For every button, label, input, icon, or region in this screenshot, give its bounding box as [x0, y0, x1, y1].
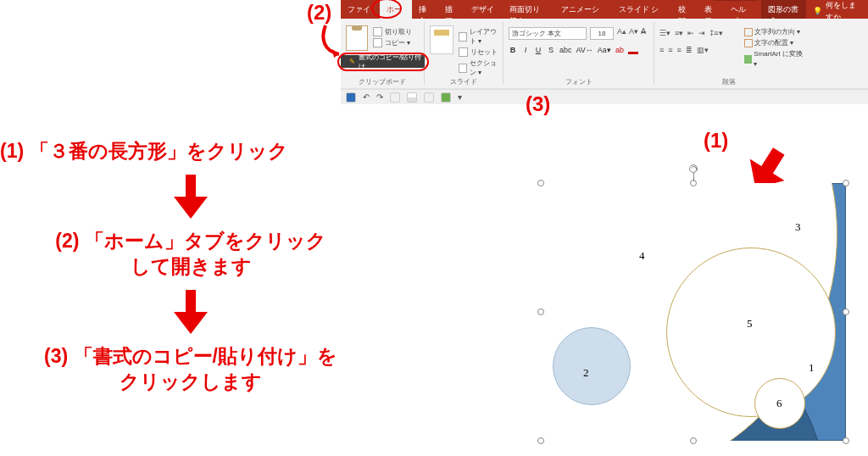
reset-label[interactable]: リセット — [470, 47, 498, 57]
tab-review[interactable]: 校閲 — [671, 0, 698, 19]
label-2: 2 — [583, 366, 589, 380]
tab-shape-format[interactable]: 図形の書式 — [761, 0, 806, 19]
handle-icon[interactable] — [843, 437, 849, 444]
shape-selection[interactable]: 1 2 3 4 5 6 — [541, 183, 846, 441]
context-group-title: 描画ツール — [714, 0, 758, 1]
step-2b: して開きます — [131, 255, 252, 277]
qat-btn2[interactable] — [407, 92, 417, 103]
underline-button[interactable]: U — [534, 46, 542, 54]
group-title-paragraph: 段落 — [654, 77, 804, 86]
group-title-slides: スライド — [425, 77, 503, 86]
brush-icon: ✎ — [349, 58, 355, 65]
section-icon — [459, 64, 467, 73]
align-justify-button[interactable]: ≣ — [686, 46, 693, 54]
align-left-button[interactable]: ≡ — [659, 46, 664, 54]
copy-label[interactable]: コピー ▾ — [385, 38, 410, 47]
italic-button[interactable]: I — [521, 46, 530, 54]
linespacing-button[interactable]: ‡≡▾ — [709, 29, 722, 37]
step-2-text: (2) 「ホーム」タブをクリック して開きます — [0, 229, 381, 280]
callout-2: (2) — [307, 1, 331, 25]
ribbon-tab-row: ファイル ホーム 挿入 描画 デザイン 画面切り替え アニメーション スライド … — [341, 0, 868, 19]
clipboard-sub: 切り取り コピー ▾ — [373, 27, 412, 49]
tab-view[interactable]: 表示 — [698, 0, 724, 19]
numbering-button[interactable]: ≡▾ — [675, 29, 683, 37]
tab-design[interactable]: デザイン — [465, 0, 504, 19]
tab-animations[interactable]: アニメーション — [554, 0, 612, 19]
bullets-button[interactable]: ☰▾ — [659, 29, 670, 37]
qat-undo-icon[interactable]: ↶ — [363, 92, 370, 102]
cut-label[interactable]: 切り取り — [385, 27, 412, 36]
smartart-icon — [744, 55, 752, 64]
reset-icon — [459, 47, 468, 57]
highlight-button[interactable]: ab — [615, 46, 624, 54]
copy-icon — [373, 38, 382, 47]
label-6: 6 — [776, 397, 782, 410]
font-color-button[interactable] — [628, 46, 638, 54]
qat-more-icon[interactable]: ▾ — [458, 92, 462, 102]
group-clipboard: 切り取り コピー ▾ ✎ 書式のコピー/貼り付け クリップボード — [341, 22, 425, 85]
paste-button[interactable] — [346, 25, 368, 51]
layout-label[interactable]: レイアウト ▾ — [470, 27, 503, 46]
case-button[interactable]: Aa▾ — [598, 46, 611, 54]
handle-icon[interactable] — [843, 309, 849, 315]
shape-5-circle[interactable] — [666, 247, 836, 417]
ribbon-body: 切り取り コピー ▾ ✎ 書式のコピー/貼り付け クリップボード レイアウト ▾… — [341, 19, 868, 89]
tell-me[interactable]: 💡 何をしますか — [806, 0, 868, 19]
format-painter-label: 書式のコピー/貼り付け — [359, 53, 425, 71]
group-title-font: フォント — [504, 77, 654, 86]
tab-draw[interactable]: 描画 — [438, 0, 465, 19]
font-size-select[interactable]: 18 — [590, 27, 614, 40]
format-painter-button[interactable]: ✎ 書式のコピー/貼り付け — [341, 55, 425, 68]
textdir-label[interactable]: 文字列の方向 ▾ — [754, 27, 800, 37]
qat-save-icon[interactable] — [346, 92, 356, 103]
smartart-label[interactable]: SmartArt に変換 ▾ — [754, 49, 804, 70]
step-3-text: (3) 「書式のコピー/貼り付け」を クリックします — [0, 344, 381, 395]
handle-icon[interactable] — [537, 309, 544, 315]
tab-insert[interactable]: 挿入 — [412, 0, 438, 19]
columns-button[interactable]: ▥▾ — [697, 46, 709, 54]
grow-font-icon[interactable]: A▴ — [617, 27, 626, 36]
indent-inc-button[interactable]: ⇥ — [698, 29, 705, 37]
callout-1: (1) — [704, 129, 728, 153]
section-label[interactable]: セクション ▾ — [470, 58, 503, 77]
spacing-button[interactable]: AV↔ — [576, 46, 593, 54]
tab-slideshow[interactable]: スライド ショー — [612, 0, 671, 19]
qat-btn4[interactable] — [441, 92, 451, 103]
strike-button[interactable]: S — [547, 46, 555, 54]
tab-file[interactable]: ファイル — [341, 0, 380, 19]
rotate-handle-icon[interactable] — [689, 164, 698, 173]
layout-icon — [459, 32, 467, 42]
handle-icon[interactable] — [690, 437, 697, 444]
down-arrow-icon — [174, 290, 208, 334]
step-3b: クリックします — [120, 370, 262, 392]
tab-transitions[interactable]: 画面切り替え — [503, 0, 554, 19]
tab-home[interactable]: ホーム — [380, 0, 412, 19]
handle-icon[interactable] — [537, 437, 544, 444]
clear-format-icon[interactable]: A̶ — [641, 27, 646, 36]
textdir-icon — [744, 28, 753, 36]
new-slide-button[interactable] — [430, 25, 453, 54]
shrink-font-icon[interactable]: A▾ — [629, 27, 638, 36]
group-font: 游ゴシック 本文 18 A▴ A▾ A̶ B I U S abc AV↔ Aa▾… — [504, 22, 654, 85]
indent-dec-button[interactable]: ⇤ — [687, 29, 694, 37]
step-1-text: (1) 「３番の長方形」をクリック — [0, 139, 381, 164]
font-name-select[interactable]: 游ゴシック 本文 — [509, 27, 587, 40]
shadow-button[interactable]: abc — [559, 46, 572, 54]
align-right-button[interactable]: ≡ — [677, 46, 682, 54]
group-slides: レイアウト ▾ リセット セクション ▾ スライド — [425, 22, 504, 85]
align-center-button[interactable]: ≡ — [668, 46, 672, 54]
shape-2-circle[interactable] — [553, 327, 631, 405]
handle-icon[interactable] — [843, 180, 849, 186]
handle-icon[interactable] — [537, 180, 544, 186]
instruction-panel: (1) 「３番の長方形」をクリック (2) 「ホーム」タブをクリック して開きま… — [0, 139, 381, 409]
qat-btn3[interactable] — [424, 92, 434, 103]
step-2a: (2) 「ホーム」タブをクリック — [55, 230, 326, 252]
bold-button[interactable]: B — [509, 46, 517, 54]
textalign-label[interactable]: 文字の配置 ▾ — [754, 38, 793, 48]
powerpoint-ribbon: ファイル ホーム 挿入 描画 デザイン 画面切り替え アニメーション スライド … — [341, 0, 868, 89]
qat-btn1[interactable] — [390, 92, 400, 103]
qat-redo-icon[interactable]: ↷ — [376, 92, 383, 102]
label-3: 3 — [795, 220, 801, 234]
tab-help[interactable]: ヘルプ — [724, 0, 756, 19]
group-title-clipboard: クリップボード — [341, 77, 424, 86]
